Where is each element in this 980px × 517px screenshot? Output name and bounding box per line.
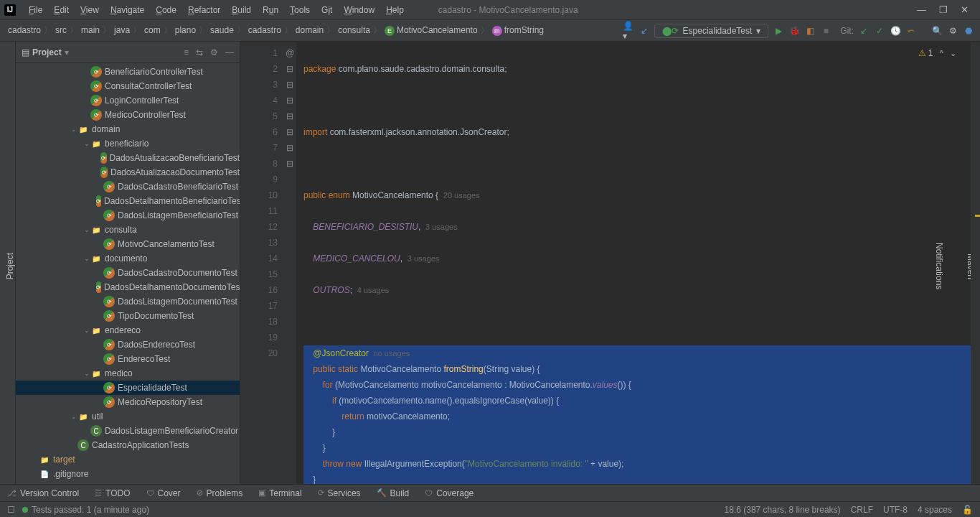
window-title: cadastro - MotivoCancelamento.java (438, 5, 917, 15)
menu-git[interactable]: Git (316, 5, 338, 15)
menu-view[interactable]: View (75, 5, 105, 15)
tree-item[interactable]: 📄.gitignore (16, 467, 240, 481)
bt-services[interactable]: ⟳Services (318, 488, 361, 498)
bt-vcs[interactable]: ⎇Version Control (7, 488, 79, 498)
bt-todo[interactable]: ☲TODO (95, 488, 130, 498)
run-config-selector[interactable]: ⬤⟳ EspecialidadeTest ▾ (654, 24, 769, 38)
debug-icon[interactable]: 🐞 (788, 25, 800, 37)
menu-code[interactable]: Code (150, 5, 182, 15)
run-config-label: EspecialidadeTest (683, 26, 753, 36)
tree-item[interactable]: ⟳MedicoRepositoryTest (16, 395, 240, 409)
tree-item[interactable]: ⟳DadosAtualizacaoDocumentoTest (16, 165, 240, 180)
minimize-icon[interactable]: ― (917, 4, 926, 15)
panel-settings-icon[interactable]: ⚙ (210, 47, 218, 57)
menu-build[interactable]: Build (226, 5, 257, 15)
tree-item[interactable]: ⟳MotivoCancelamentoTest (16, 237, 240, 251)
tree-item[interactable]: ⟳TipoDocumentoTest (16, 309, 240, 323)
error-stripe[interactable] (971, 42, 980, 484)
panel-title: Project (32, 47, 62, 57)
tree-item[interactable]: ⟳DadosCadastroBeneficiarioTest (16, 180, 240, 194)
hide-panel-icon[interactable]: — (225, 47, 234, 57)
tree-item[interactable]: ⟳DadosEnderecoTest (16, 337, 240, 352)
build-icon[interactable]: ↙ (639, 25, 650, 37)
tree-item[interactable]: ⌄📁beneficiario (16, 136, 240, 151)
run-icon[interactable]: ▶ (773, 25, 784, 37)
settings-icon[interactable]: ⚙ (947, 25, 958, 37)
expand-icon[interactable]: ⇆ (196, 47, 203, 57)
tree-item[interactable]: ⟳ConsultaControllerTest (16, 79, 240, 93)
tree-item[interactable]: ⟳LoginControllerTest (16, 93, 240, 108)
tree-item[interactable]: ⌄📁endereco (16, 323, 240, 337)
readonly-icon[interactable]: 🔓 (962, 505, 973, 515)
ide-icon[interactable]: ⬣ (963, 25, 974, 37)
tree-item[interactable]: ⟳BeneficiarioControllerTest (16, 65, 240, 79)
tree-item[interactable]: ⌄📁documento (16, 251, 240, 266)
tree-item[interactable]: ⟳DadosListagemDocumentoTest (16, 294, 240, 309)
tree-item[interactable]: CDadosListagemBeneficiarioCreator (16, 424, 240, 438)
tree-item[interactable]: CCadastroApplicationTests (16, 438, 240, 452)
crumb[interactable]: plano (173, 25, 198, 35)
crumb[interactable]: domain (293, 25, 326, 35)
select-opened-icon[interactable]: ≡ (184, 47, 189, 57)
tool-project[interactable]: Project (5, 253, 15, 279)
bottom-toolbar: ⎇Version Control ☲TODO 🛡Cover ⊘Problems … (0, 484, 980, 501)
bt-terminal[interactable]: ▣Terminal (258, 488, 301, 498)
crumb[interactable]: src (53, 25, 69, 35)
tree-item[interactable]: ⌄📁medico (16, 366, 240, 381)
vcs-update-icon[interactable]: ↙ (858, 25, 870, 37)
close-icon[interactable]: ✕ (961, 4, 969, 15)
project-tree[interactable]: ⟳BeneficiarioControllerTest⟳ConsultaCont… (16, 63, 240, 484)
inspection-badge[interactable]: ⚠ 1 ^ ⌄ (918, 45, 956, 61)
crumb[interactable]: saude (208, 25, 236, 35)
crumb[interactable]: com (142, 25, 163, 35)
vcs-commit-icon[interactable]: ✓ (874, 25, 885, 37)
code-editor[interactable]: 1234567891011121314151617181920 @⊟⊟⊟⊟⊟⊟⊟… (240, 42, 980, 484)
file-encoding[interactable]: UTF-8 (883, 505, 908, 515)
crumb[interactable]: EMotivoCancelamento (382, 25, 480, 35)
tree-item[interactable]: ⟳DadosAtualizacaoBeneficiarioTest (16, 151, 240, 165)
tree-item[interactable]: ⟳DadosListagemBeneficiarioTest (16, 208, 240, 223)
project-icon: ▤ (22, 47, 29, 57)
user-icon[interactable]: 👤▾ (623, 25, 634, 37)
bt-problems[interactable]: ⊘Problems (197, 488, 243, 498)
bt-coverage[interactable]: 🛡Coverage (425, 488, 473, 498)
indent-config[interactable]: 4 spaces (918, 505, 952, 515)
stop-icon[interactable]: ■ (820, 25, 831, 37)
titlebar: IJ File Edit View Navigate Code Refactor… (0, 0, 980, 20)
status-message: Tests passed: 1 (a minute ago) (22, 505, 149, 515)
crumb[interactable]: mfromString (490, 25, 546, 35)
menu-help[interactable]: Help (380, 5, 410, 15)
menu-refactor[interactable]: Refactor (182, 5, 226, 15)
tree-item[interactable]: ⟳DadosDetalhamentoDocumentoTest (16, 280, 240, 294)
crumb[interactable]: cadastro (6, 25, 43, 35)
tree-item[interactable]: ⟳EnderecoTest (16, 352, 240, 366)
tree-item[interactable]: ⌄📁util (16, 409, 240, 424)
vcs-revert-icon[interactable]: ⤺ (905, 25, 917, 37)
crumb[interactable]: cadastro (246, 25, 283, 35)
vcs-history-icon[interactable]: 🕓 (890, 25, 901, 37)
maximize-icon[interactable]: ❐ (939, 4, 948, 15)
menu-file[interactable]: File (23, 5, 48, 15)
tree-item[interactable]: ⟳DadosDetalhamentoBeneficiarioTest (16, 194, 240, 208)
crumb[interactable]: main (79, 25, 102, 35)
menu-window[interactable]: Window (338, 5, 380, 15)
tree-item[interactable]: ⌄📁domain (16, 122, 240, 136)
tree-item[interactable]: ⟳MedicoControllerTest (16, 108, 240, 122)
bt-cover[interactable]: 🛡Cover (146, 488, 181, 498)
menu-edit[interactable]: Edit (48, 5, 75, 15)
tree-item[interactable]: ⟳DadosCadastroDocumentoTest (16, 266, 240, 280)
tree-item[interactable]: ⌄📁consulta (16, 223, 240, 237)
search-icon[interactable]: 🔍 (931, 25, 943, 37)
crumb[interactable]: java (112, 25, 132, 35)
crumb[interactable]: consulta (336, 25, 372, 35)
tree-item[interactable]: 📁target (16, 452, 240, 467)
caret-position[interactable]: 18:6 (387 chars, 8 line breaks) (725, 505, 841, 515)
tree-item[interactable]: ⟳EspecialidadeTest (16, 381, 240, 395)
menu-run[interactable]: Run (257, 5, 284, 15)
menu-navigate[interactable]: Navigate (105, 5, 150, 15)
line-separator[interactable]: CRLF (851, 505, 873, 515)
status-icon[interactable]: ☐ (7, 505, 15, 515)
coverage-icon[interactable]: ◧ (804, 25, 816, 37)
bt-build[interactable]: 🔨Build (377, 488, 410, 498)
menu-tools[interactable]: Tools (284, 5, 316, 15)
